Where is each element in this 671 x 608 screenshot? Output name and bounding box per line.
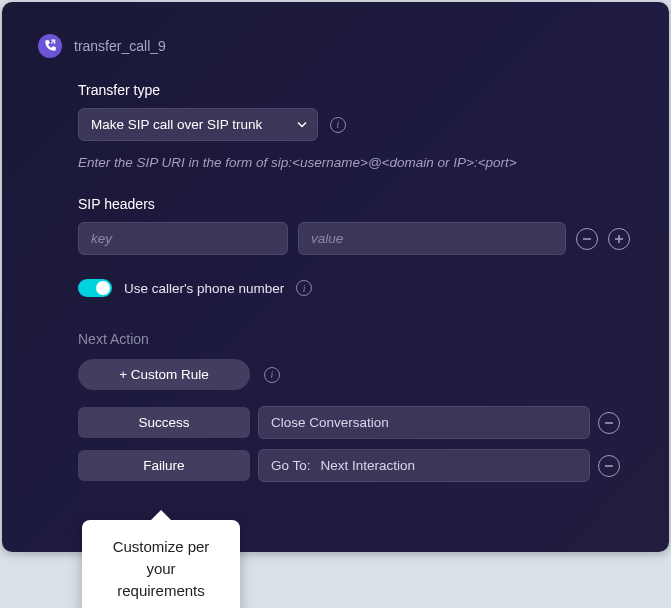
next-action-label: Next Action: [78, 331, 633, 347]
tooltip-text: Customize per your requirements: [113, 538, 210, 599]
sip-headers-label: SIP headers: [78, 196, 633, 212]
goto-prefix: Go To:: [271, 458, 311, 473]
phone-transfer-icon: [38, 34, 62, 58]
action-value: Close Conversation: [271, 415, 389, 430]
transfer-type-label: Transfer type: [78, 82, 633, 98]
action-value: Next Interaction: [321, 458, 416, 473]
sip-header-value-input[interactable]: [298, 222, 566, 255]
success-action-select[interactable]: Close Conversation: [258, 406, 590, 439]
panel-header: transfer_call_9: [38, 34, 633, 58]
remove-header-button[interactable]: [576, 228, 598, 250]
failure-action-select[interactable]: Go To: Next Interaction: [258, 449, 590, 482]
add-header-button[interactable]: [608, 228, 630, 250]
action-row-success: Success Close Conversation: [78, 406, 633, 439]
remove-action-button[interactable]: [598, 455, 620, 477]
action-label: Failure: [78, 450, 250, 481]
transfer-type-selected: Make SIP call over SIP trunk: [91, 117, 262, 132]
action-label: Success: [78, 407, 250, 438]
sip-header-key-input[interactable]: [78, 222, 288, 255]
node-title: transfer_call_9: [74, 38, 166, 54]
tooltip: Customize per your requirements: [82, 520, 240, 608]
info-icon[interactable]: i: [296, 280, 312, 296]
action-row-failure: Failure Go To: Next Interaction: [78, 449, 633, 482]
transfer-call-panel: transfer_call_9 Transfer type Make SIP c…: [2, 2, 669, 552]
info-icon[interactable]: i: [330, 117, 346, 133]
chevron-down-icon: [297, 117, 307, 132]
sip-uri-hint: Enter the SIP URI in the form of sip:<us…: [78, 155, 633, 170]
info-icon[interactable]: i: [264, 367, 280, 383]
use-caller-toggle[interactable]: [78, 279, 112, 297]
use-caller-label: Use caller's phone number: [124, 281, 284, 296]
remove-action-button[interactable]: [598, 412, 620, 434]
custom-rule-button[interactable]: + Custom Rule: [78, 359, 250, 390]
transfer-type-select[interactable]: Make SIP call over SIP trunk: [78, 108, 318, 141]
toggle-knob: [96, 281, 110, 295]
